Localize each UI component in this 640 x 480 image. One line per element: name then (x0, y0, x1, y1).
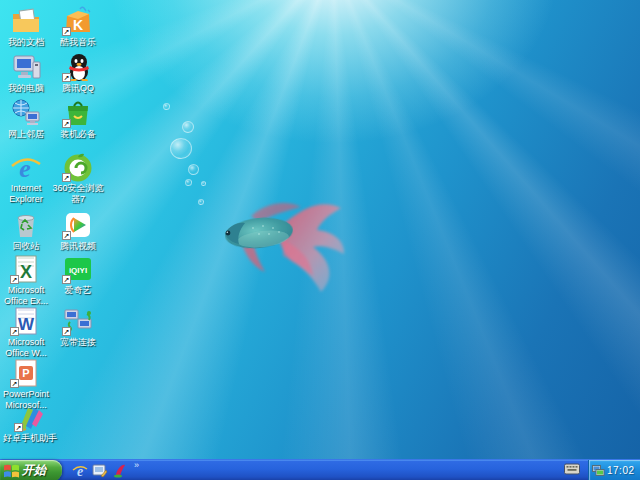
desktop-icon-zhuangji-bibei[interactable]: ↗ 装机必备 (52, 98, 104, 140)
media-swoosh-launcher-icon[interactable] (112, 463, 128, 479)
bubble (163, 103, 170, 110)
shortcut-arrow-icon: ↗ (62, 327, 71, 336)
svg-text:X: X (20, 262, 32, 282)
desktop-icon-label: 网上邻居 (0, 129, 52, 140)
show-desktop-icon[interactable] (92, 463, 108, 479)
shortcut-arrow-icon: ↗ (62, 231, 71, 240)
desktop-icon-tencent-video[interactable]: ↗ 腾讯视频 (52, 210, 104, 252)
desktop-icon-kuwo-music[interactable]: K ↗ 酷我音乐 (52, 6, 104, 48)
shortcut-arrow-icon: ↗ (62, 73, 71, 82)
svg-text:W: W (18, 315, 35, 334)
desktop-icon-ms-office-word[interactable]: W ↗ Microsoft Office W... (0, 306, 52, 359)
word-icon: W ↗ (10, 306, 42, 336)
desktop-icon-my-computer[interactable]: 我的电脑 (0, 52, 52, 94)
desktop-icon-network-places[interactable]: 网上邻居 (0, 98, 52, 140)
start-button[interactable]: 开始 (0, 460, 62, 480)
desktop-icon-broadband-connection[interactable]: ↗ 宽带连接 (52, 306, 104, 348)
taskbar: 开始 e » (0, 459, 640, 480)
internet-explorer-icon: e (10, 152, 42, 182)
desktop-screen: 我的文档 K ↗ 酷我音乐 我的电脑 (0, 0, 640, 480)
start-button-label: 开始 (22, 462, 46, 479)
desktop-icon-label: 我的电脑 (0, 83, 52, 94)
qq-penguin-icon: ↗ (62, 52, 94, 82)
svg-text:K: K (73, 17, 83, 33)
desktop-icon-label: 腾讯视频 (52, 241, 104, 252)
desktop-icon-label: 腾讯QQ (52, 83, 104, 94)
excel-icon: X ↗ (10, 254, 42, 284)
kuwo-music-icon: K ↗ (62, 6, 94, 36)
bubble (188, 164, 199, 175)
windows-flag-icon (4, 464, 19, 478)
desktop-icon-label: 酷我音乐 (52, 37, 104, 48)
keyboard-input-icon[interactable] (564, 463, 580, 475)
system-tray: 17:02 (588, 460, 640, 480)
desktop-icon-haozhuo-assistant[interactable]: ↗ 好卓手机助手 (0, 402, 60, 444)
tray-clock[interactable]: 17:02 (607, 465, 635, 476)
bubble (182, 121, 194, 133)
shortcut-arrow-icon: ↗ (62, 173, 71, 182)
recycle-bin-icon (10, 210, 42, 240)
bubble (201, 181, 206, 186)
tencent-video-icon: ↗ (62, 210, 94, 240)
desktop-icon-label: 宽带连接 (52, 337, 104, 348)
broadband-connection-icon: ↗ (62, 306, 94, 336)
desktop-icon-my-documents[interactable]: 我的文档 (0, 6, 52, 48)
shopping-bag-icon: ↗ (62, 98, 94, 128)
desktop-icon-label: 我的文档 (0, 37, 52, 48)
svg-text:iQIYI: iQIYI (69, 266, 87, 275)
shortcut-arrow-icon: ↗ (62, 119, 71, 128)
betta-fish (213, 192, 361, 300)
shortcut-arrow-icon: ↗ (10, 379, 19, 388)
desktop-icon-label: 360安全浏览 器7 (52, 183, 104, 205)
shortcut-arrow-icon: ↗ (14, 423, 23, 432)
my-computer-icon (10, 52, 42, 82)
shortcut-arrow-icon: ↗ (62, 27, 71, 36)
powerpoint-icon: P ↗ (10, 358, 42, 388)
desktop-icon-label: 回收站 (0, 241, 52, 252)
desktop-icon-tencent-qq[interactable]: ↗ 腾讯QQ (52, 52, 104, 94)
bubble (185, 179, 192, 186)
desktop-icon-recycle-bin[interactable]: 回收站 (0, 210, 52, 252)
desktop-icon-label: 爱奇艺 (52, 285, 104, 296)
desktop-icon-label: Microsoft Office W... (0, 337, 52, 359)
desktop-icon-label: 装机必备 (52, 129, 104, 140)
bubble (198, 199, 204, 205)
quick-launch-overflow-chevron[interactable]: » (134, 460, 139, 470)
iqiyi-icon: iQIYI ↗ (62, 254, 94, 284)
haozhuo-assistant-icon: ↗ (14, 402, 46, 432)
360-browser-icon: ↗ (62, 152, 94, 182)
desktop-icon-iqiyi[interactable]: iQIYI ↗ 爱奇艺 (52, 254, 104, 296)
internet-explorer-launcher-icon[interactable]: e (72, 463, 88, 479)
network-status-icon[interactable] (592, 465, 605, 477)
desktop-icon-label: 好卓手机助手 (0, 433, 60, 444)
svg-text:P: P (22, 367, 29, 379)
desktop-icon-label: Internet Explorer (0, 183, 52, 205)
my-documents-icon (10, 6, 42, 36)
shortcut-arrow-icon: ↗ (62, 275, 71, 284)
quick-launch-bar: e » (68, 460, 139, 480)
svg-text:e: e (19, 154, 31, 182)
desktop-icon-ms-office-excel[interactable]: X ↗ Microsoft Office Ex... (0, 254, 52, 307)
bubble (170, 138, 192, 159)
desktop-icon-label: Microsoft Office Ex... (0, 285, 52, 307)
shortcut-arrow-icon: ↗ (10, 275, 19, 284)
shortcut-arrow-icon: ↗ (10, 327, 19, 336)
network-places-icon (10, 98, 42, 128)
desktop-icon-360-browser[interactable]: ↗ 360安全浏览 器7 (52, 152, 104, 205)
desktop-icon-internet-explorer[interactable]: e Internet Explorer (0, 152, 52, 205)
